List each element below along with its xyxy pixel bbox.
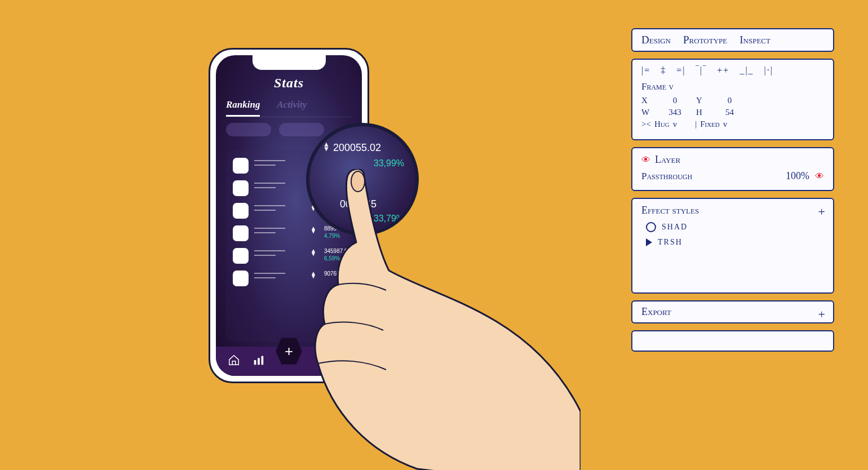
- frame-x-label: X: [641, 96, 654, 105]
- avatar: [233, 180, 249, 196]
- filter-pill[interactable]: [226, 123, 271, 136]
- chevron-down-icon[interactable]: v: [673, 119, 677, 129]
- frame-fixed[interactable]: Fixed: [700, 119, 720, 129]
- blank-panel: [631, 330, 834, 352]
- row-pct: 6,59%: [324, 255, 351, 261]
- row-name: [254, 271, 305, 282]
- table-row[interactable]: ▲▼907654.45: [232, 268, 346, 291]
- effects-panel: + Effect styles SHAD TRSH: [631, 198, 834, 294]
- circle-icon: [646, 222, 656, 232]
- frame-w-value[interactable]: 343: [659, 108, 690, 117]
- export-panel: + Export: [631, 300, 834, 323]
- home-icon[interactable]: [228, 354, 240, 369]
- page-title: Stats: [216, 76, 362, 91]
- row-name: [254, 248, 305, 259]
- avatar: [233, 248, 249, 264]
- row-name: [254, 203, 305, 214]
- stats-icon[interactable]: [253, 354, 265, 369]
- table-row[interactable]: ▲▼345987.026,59%: [232, 246, 346, 268]
- row-value: 345987.02: [324, 248, 351, 254]
- inspector-panel-stack: Design Prototype Inspect |= ‡ =| ‾|‾ ++ …: [631, 28, 834, 352]
- align-left-icon[interactable]: |=: [641, 65, 650, 76]
- align-vcenter-icon[interactable]: ++: [717, 65, 729, 76]
- tab-prototype[interactable]: Prototype: [683, 34, 727, 46]
- avatar: [233, 203, 249, 219]
- svg-point-3: [321, 356, 327, 362]
- row-pct: 4,79%: [324, 233, 351, 239]
- resize-v-icon: |: [695, 119, 697, 129]
- effect-trsh: TRSH: [658, 238, 683, 247]
- filter-pill[interactable]: [279, 123, 324, 136]
- phone-tabs: Ranking Activity: [226, 96, 352, 117]
- svg-rect-1: [258, 358, 260, 365]
- frame-x-value[interactable]: 0: [659, 96, 690, 105]
- chevron-down-icon[interactable]: v: [723, 119, 728, 129]
- mag-value-2: 0055.45: [340, 198, 377, 210]
- align-hcenter-icon[interactable]: ‡: [661, 65, 666, 76]
- sort-icon[interactable]: ▲▼: [311, 271, 316, 278]
- tab-activity[interactable]: Activity: [277, 96, 307, 117]
- resize-h-icon: ><: [641, 119, 651, 129]
- align-bottom-icon[interactable]: _|_: [739, 65, 754, 76]
- triangle-icon: [646, 238, 652, 246]
- blend-mode[interactable]: Passthrough: [641, 171, 692, 182]
- export-title: Export: [641, 306, 671, 317]
- mag-pct-2: 33,79%: [323, 214, 404, 224]
- layer-opacity[interactable]: 100%: [786, 170, 809, 182]
- inspector-tabs-panel: Design Prototype Inspect: [631, 28, 834, 52]
- filter-pills: [226, 123, 324, 136]
- effect-item[interactable]: TRSH: [646, 238, 824, 247]
- plus-icon[interactable]: +: [818, 205, 825, 219]
- frame-hug[interactable]: Hug: [654, 119, 670, 129]
- row-name: [254, 158, 305, 169]
- sort-icon[interactable]: ▲▼: [311, 225, 316, 233]
- svg-line-4: [327, 362, 330, 365]
- frame-panel: |= ‡ =| ‾|‾ ++ _|_ |·| Frame v X 0 Y 0 W…: [631, 59, 834, 140]
- phone-notch: [253, 55, 326, 70]
- magnifier-lens: ▲▼ 200055.02 33,99% 0055.45 33,79%: [306, 123, 419, 236]
- sort-icon: ▲▼: [323, 142, 331, 151]
- eye-icon[interactable]: 👁: [815, 171, 824, 181]
- frame-label[interactable]: Frame: [641, 81, 666, 92]
- table-row[interactable]: ▲▼889546.454,79%: [232, 223, 346, 246]
- frame-h-label: H: [696, 108, 708, 117]
- layer-title: Layer: [655, 154, 680, 166]
- row-name: [254, 225, 305, 237]
- plus-icon[interactable]: +: [818, 307, 825, 322]
- align-right-icon[interactable]: =|: [676, 65, 685, 76]
- eye-icon[interactable]: 👁: [641, 155, 650, 165]
- avatar: [233, 225, 249, 241]
- layer-panel: 👁 Layer Passthrough 100% 👁: [631, 147, 834, 191]
- distribute-icon[interactable]: |·|: [764, 65, 773, 76]
- effect-shad: SHAD: [662, 223, 688, 232]
- frame-w-label: W: [641, 108, 654, 117]
- sort-icon[interactable]: ▲▼: [311, 248, 316, 256]
- align-top-icon[interactable]: ‾|‾: [696, 65, 707, 76]
- frame-y-value[interactable]: 0: [714, 96, 745, 105]
- frame-y-label: Y: [696, 96, 708, 105]
- mag-value-1: 200055.02: [333, 142, 381, 154]
- svg-rect-2: [262, 356, 264, 365]
- effect-item[interactable]: SHAD: [646, 222, 824, 232]
- chevron-down-icon[interactable]: v: [668, 81, 674, 92]
- alignment-row: |= ‡ =| ‾|‾ ++ _|_ |·|: [641, 65, 824, 76]
- frame-h-value[interactable]: 54: [714, 108, 745, 117]
- avatar: [233, 158, 249, 174]
- effects-title: Effect styles: [641, 205, 824, 216]
- row-name: [254, 180, 305, 192]
- tab-ranking[interactable]: Ranking: [226, 96, 260, 117]
- mag-pct-1: 33,99%: [323, 158, 404, 169]
- tab-inspect[interactable]: Inspect: [739, 34, 770, 46]
- svg-rect-0: [254, 360, 256, 365]
- tab-design[interactable]: Design: [641, 34, 671, 46]
- search-icon[interactable]: [320, 354, 332, 369]
- row-value: 907654.45: [324, 271, 351, 277]
- avatar: [233, 271, 249, 286]
